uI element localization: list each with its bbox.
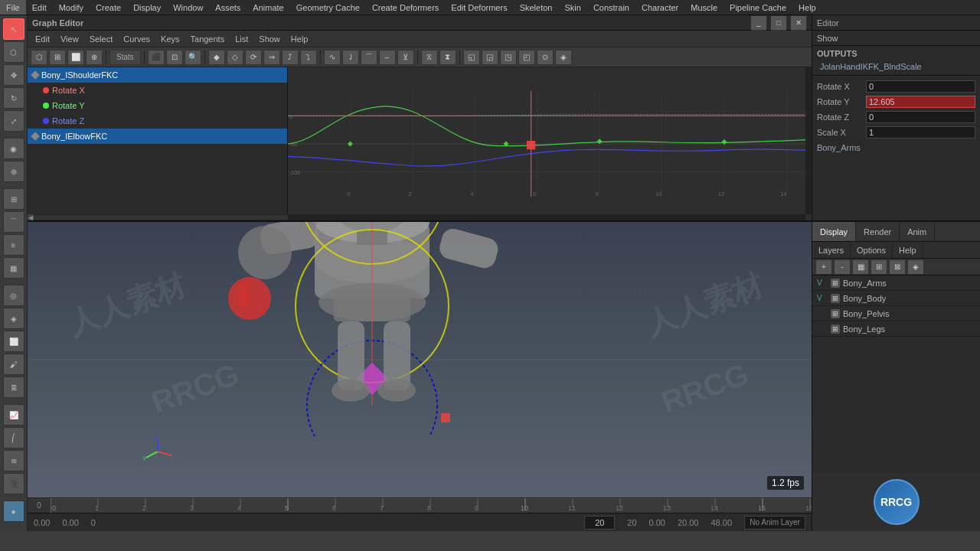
graph-tb-tan2[interactable]: ⤸ [342,50,359,65]
graph-tb-opt5[interactable]: ⊙ [537,50,554,65]
tab-display[interactable]: Display [812,222,856,241]
graph-tb-key2[interactable]: ◇ [227,50,243,65]
tool-paint-weights[interactable]: 🖌 [3,354,24,375]
graph-tb-opt1[interactable]: ◱ [463,50,480,65]
menu-create-deformers[interactable]: Create Deformers [366,0,445,15]
tool-snap-curve[interactable]: ⌒ [3,211,24,233]
tool-dope-sheet[interactable]: ⎛ [3,427,24,448]
stats-dropdown[interactable]: Stats [109,50,141,65]
menu-create[interactable]: Create [90,0,127,15]
menu-skeleton[interactable]: Skeleton [514,0,559,15]
subtab-help[interactable]: Help [893,242,923,258]
layer-tb-4[interactable]: ⊞ [871,259,887,275]
tool-render-view[interactable]: ◎ [3,285,24,306]
graph-tb-tan4[interactable]: ⌣ [379,50,396,65]
graph-tb-key4[interactable]: ⇒ [263,50,280,65]
graph-menu-view[interactable]: View [56,33,83,45]
tool-soft-mod[interactable]: ◉ [3,138,24,159]
layer-tb-6[interactable]: ◈ [907,259,924,275]
subtab-layers[interactable]: Layers [812,242,851,258]
graph-tb-zoom[interactable]: 🔍 [185,50,201,65]
menu-geometry-cache[interactable]: Geometry Cache [290,0,366,15]
layer-row-arms[interactable]: V ⊞ Bony_Arms [812,276,980,291]
tool-attribute-editor[interactable]: ≣ [3,377,24,398]
layer-row-body[interactable]: V ⊞ Bony_Body [812,291,980,306]
graph-tb-frame[interactable]: ⬛ [148,50,165,65]
layer-tb-5[interactable]: ⊠ [889,259,906,275]
tool-display-layer[interactable]: ▦ [3,257,24,279]
menu-edit-deformers[interactable]: Edit Deformers [445,0,513,15]
graph-tb-key5[interactable]: ⤴ [282,50,299,65]
graph-tb-key6[interactable]: ⤵ [300,50,317,65]
graph-list-item-rotatez[interactable]: Rotate Z [28,113,287,129]
graph-menu-curves[interactable]: Curves [119,33,155,45]
attr-value-rz[interactable]: 0 [866,111,975,123]
subtab-options[interactable]: Options [851,242,893,258]
graph-menu-list[interactable]: List [230,33,253,45]
attr-value-ry[interactable]: 12.605 [866,96,975,108]
graph-menu-keys[interactable]: Keys [156,33,184,45]
timeline-ruler[interactable]: 0 1 2 3 4 5 6 7 8 [51,498,812,513]
layer-row-legs[interactable]: ⊞ Bony_Legs [812,321,980,337]
tool-select[interactable]: ↖ [3,18,24,40]
graph-list-item-shoulder[interactable]: Bony_IShoulderFKC [28,67,287,83]
layer-row-pelvis[interactable]: ⊞ Bony_Pelvis [812,306,980,321]
tool-hypershade[interactable]: ◈ [3,308,24,329]
graph-menu-tangents[interactable]: Tangents [186,33,230,45]
graph-list-item-rotatex[interactable]: Rotate X [28,83,287,98]
menu-pipeline-cache[interactable]: Pipeline Cache [724,0,792,15]
menu-display[interactable]: Display [127,0,167,15]
attr-value-sx[interactable]: 1 [866,126,975,139]
graph-list-item-rotatey[interactable]: Rotate Y [28,98,287,113]
tool-scale[interactable]: ⤢ [3,110,24,132]
tool-layers[interactable]: ≡ [3,234,24,256]
tool-move[interactable]: ✥ [3,64,24,86]
graph-tb-tan1[interactable]: ∿ [324,50,341,65]
graph-tb-1[interactable]: ⬡ [31,50,47,65]
menu-edit[interactable]: Edit [26,0,53,15]
graph-canvas-area[interactable]: 0 2 4 6 8 10 12 14 0 -50 -100 [288,67,812,220]
tool-graph-editor[interactable]: 📈 [3,404,24,425]
graph-tb-key1[interactable]: ◆ [208,50,225,65]
graph-tb-fit[interactable]: ⊡ [166,50,183,65]
menu-help[interactable]: Help [792,0,822,15]
anim-layer-select[interactable]: No Anim Layer [744,516,805,530]
tool-sphere-thumb[interactable]: ● [3,500,24,522]
menu-animate[interactable]: Animate [247,0,289,15]
graph-menu-help[interactable]: Help [286,33,313,45]
graph-tb-key3[interactable]: ⟳ [245,50,262,65]
tab-anim[interactable]: Anim [900,222,935,241]
graph-tb-wt2[interactable]: ⧗ [439,50,456,65]
graph-tb-wt1[interactable]: ⧖ [421,50,438,65]
tool-snap-grid[interactable]: ⊞ [3,188,24,210]
graph-tb-opt2[interactable]: ◲ [482,50,498,65]
menu-constrain[interactable]: Constrain [587,0,635,15]
graph-tb-2[interactable]: ⊞ [49,50,66,65]
tool-rotate[interactable]: ↻ [3,87,24,109]
tool-lasso[interactable]: ⬡ [3,41,24,63]
graph-tb-opt4[interactable]: ◰ [518,50,535,65]
graph-maximize[interactable]: □ [770,15,787,31]
tool-trax[interactable]: ≋ [3,450,24,471]
tool-uv-editor[interactable]: ⬜ [3,331,24,352]
menu-assets[interactable]: Assets [209,0,247,15]
graph-tb-4[interactable]: ⊕ [86,50,103,65]
layer-tb-1[interactable]: + [815,259,832,275]
tab-render[interactable]: Render [856,222,900,241]
graph-tb-opt3[interactable]: ◳ [500,50,517,65]
menu-window[interactable]: Window [167,0,209,15]
output-item-1[interactable]: JolanHandIKFK_BlndScale [817,61,975,72]
graph-menu-edit[interactable]: Edit [31,33,54,45]
graph-tb-opt6[interactable]: ◈ [555,50,572,65]
scroll-left[interactable]: ◀ [28,214,34,220]
tool-camera-seq[interactable]: 🎥 [3,473,24,494]
tool-show-manip[interactable]: ⊕ [3,161,24,182]
graph-menu-select[interactable]: Select [85,33,118,45]
menu-muscle[interactable]: Muscle [684,0,724,15]
menu-skin[interactable]: Skin [558,0,586,15]
menu-modify[interactable]: Modify [53,0,90,15]
layer-tb-3[interactable]: ▦ [852,259,869,275]
viewport-section[interactable]: 人人素材 人人素材 RRCG RRCG [28,222,812,497]
graph-tb-tan5[interactable]: ⊻ [397,50,414,65]
graph-tb-3[interactable]: ⬜ [67,50,84,65]
